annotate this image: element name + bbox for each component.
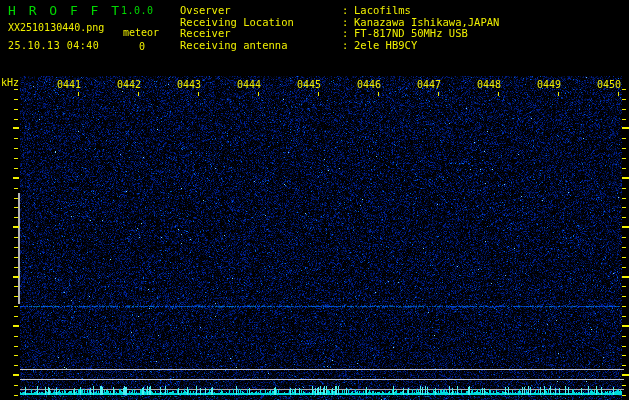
- time-label: 0447: [417, 79, 441, 90]
- info-value: 2ele HB9CY: [354, 40, 417, 52]
- info-line: Receiving antenna:2ele HB9CY: [180, 40, 499, 52]
- datetime-label: 25.10.13 04:40: [8, 40, 99, 51]
- hrofft-screen: H R O F F T 1.0.0 XX2510130440.png meteo…: [0, 0, 629, 400]
- info-label: Ovserver: [180, 5, 342, 17]
- meteor-count: 0: [139, 41, 145, 52]
- time-label: 0449: [537, 79, 561, 90]
- app-version: 1.0.0: [121, 5, 154, 16]
- time-label: 0446: [357, 79, 381, 90]
- time-label: 0443: [177, 79, 201, 90]
- spectrogram-canvas: [0, 0, 629, 400]
- app-title: H R O F F T: [8, 3, 122, 18]
- time-label: 0442: [117, 79, 141, 90]
- filename-label: XX2510130440.png: [8, 22, 104, 33]
- time-label: 0444: [237, 79, 261, 90]
- freq-axis-unit: kHz: [1, 77, 19, 88]
- info-line: Ovserver:Lacofilms: [180, 5, 499, 17]
- info-colon: :: [342, 40, 354, 52]
- time-label: 0450: [597, 79, 621, 90]
- info-label: Receiving antenna: [180, 40, 342, 52]
- info-colon: :: [342, 5, 354, 17]
- mode-label: meteor: [123, 27, 159, 38]
- observer-info: Ovserver:LacofilmsReceiving Location:Kan…: [180, 5, 499, 52]
- info-value: Lacofilms: [354, 5, 411, 17]
- time-label: 0448: [477, 79, 501, 90]
- time-label: 0445: [297, 79, 321, 90]
- time-label: 0441: [57, 79, 81, 90]
